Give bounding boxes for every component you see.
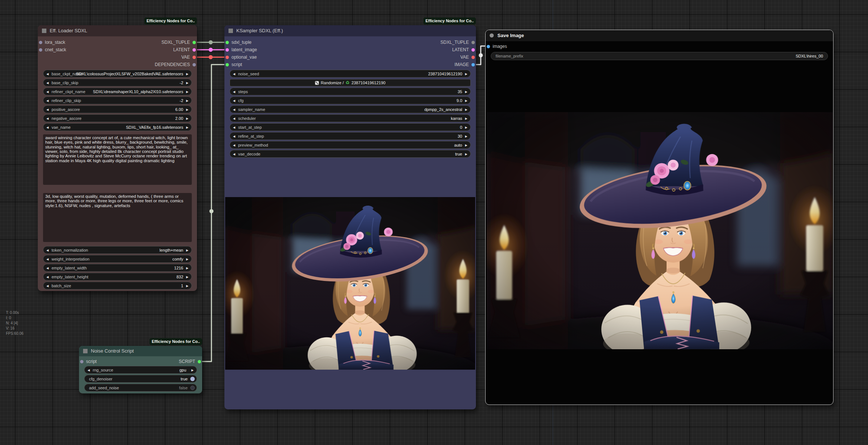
prev-arrow-icon[interactable]: ◀ bbox=[233, 124, 235, 131]
widget-weight_interpretation[interactable]: ◀weight_interpretationcomfy▶ bbox=[43, 255, 192, 263]
widget-token_normalization[interactable]: ◀token_normalizationlength+mean▶ bbox=[43, 246, 192, 254]
prev-arrow-icon[interactable]: ◀ bbox=[233, 115, 235, 122]
next-arrow-icon[interactable]: ▶ bbox=[186, 124, 188, 131]
output-port-dependencies[interactable] bbox=[193, 63, 196, 66]
next-arrow-icon[interactable]: ▶ bbox=[186, 255, 188, 263]
prev-arrow-icon[interactable]: ◀ bbox=[88, 366, 90, 374]
node-ksampler-sdxl-eff[interactable]: KSampler SDXL (Eff.) sdxl_tuple latent_i… bbox=[224, 25, 476, 409]
collapse-icon[interactable] bbox=[83, 349, 88, 353]
prev-arrow-icon[interactable]: ◀ bbox=[233, 106, 235, 114]
widget-filename_prefix[interactable]: filename_prefixSDXL\hires_00 bbox=[491, 52, 828, 60]
next-arrow-icon[interactable]: ▶ bbox=[186, 115, 188, 122]
next-arrow-icon[interactable]: ▶ bbox=[186, 273, 188, 281]
prev-arrow-icon[interactable]: ◀ bbox=[233, 132, 235, 140]
next-arrow-icon[interactable]: ▶ bbox=[465, 150, 467, 158]
node-title-bar[interactable]: KSampler SDXL (Eff.) bbox=[224, 25, 476, 36]
next-arrow-icon[interactable]: ▶ bbox=[465, 106, 467, 114]
widget-negative_ascore[interactable]: ◀negative_ascore2.00▶ bbox=[43, 114, 192, 122]
node-noise-control-script[interactable]: Noise Control Script script SCRIPT ◀rng_… bbox=[79, 346, 202, 393]
node-graph-canvas[interactable]: T: 0.00s I: 0 N: 4 [4] V: 16 FPS:60.06 E… bbox=[0, 0, 868, 445]
prev-arrow-icon[interactable]: ◀ bbox=[46, 282, 49, 290]
next-arrow-icon[interactable]: ▶ bbox=[191, 366, 194, 374]
input-port-cnet_stack[interactable] bbox=[39, 48, 42, 52]
prev-arrow-icon[interactable]: ◀ bbox=[233, 150, 235, 158]
prev-arrow-icon[interactable]: ◀ bbox=[46, 255, 49, 263]
input-port-optional_vae[interactable] bbox=[226, 56, 229, 59]
node-title-bar[interactable]: Noise Control Script bbox=[79, 346, 202, 356]
wire-midpoint-dot[interactable] bbox=[209, 40, 213, 45]
prev-arrow-icon[interactable]: ◀ bbox=[46, 124, 49, 131]
wire-midpoint-dot[interactable] bbox=[209, 48, 213, 52]
prev-arrow-icon[interactable]: ◀ bbox=[46, 264, 49, 272]
prev-arrow-icon[interactable]: ◀ bbox=[46, 106, 49, 114]
next-arrow-icon[interactable]: ▶ bbox=[465, 88, 467, 96]
widget-sampler_name[interactable]: ◀sampler_namedpmpp_2s_ancestral▶ bbox=[230, 105, 471, 113]
widget-base_clip_skip[interactable]: ◀base_clip_skip-2▶ bbox=[43, 79, 192, 86]
widget-base_ckpt_name[interactable]: ◀base_ckpt_nameSDXL\colossusProjectXLSFW… bbox=[43, 70, 192, 78]
prev-arrow-icon[interactable]: ◀ bbox=[46, 88, 49, 96]
input-port-script[interactable] bbox=[80, 360, 83, 363]
output-port-sdxl-tuple[interactable] bbox=[193, 41, 196, 44]
prev-arrow-icon[interactable]: ◀ bbox=[233, 141, 235, 149]
widget-empty_latent_height[interactable]: ◀empty_latent_height832▶ bbox=[43, 273, 192, 281]
node-title-bar[interactable]: Save Image bbox=[486, 30, 833, 41]
widget-cfg_denoiser[interactable]: cfg_denoisertrue bbox=[84, 375, 197, 383]
input-port-latent_image[interactable] bbox=[226, 48, 229, 52]
widget-refiner_clip_skip[interactable]: ◀refiner_clip_skip-2▶ bbox=[43, 96, 192, 104]
widget-refiner_ckpt_name[interactable]: ◀refiner_ckpt_nameSDXL\dreamshaperXL10_a… bbox=[43, 88, 192, 95]
positive-prompt-textarea[interactable]: award winning character concept art of, … bbox=[43, 134, 192, 185]
next-arrow-icon[interactable]: ▶ bbox=[186, 282, 188, 290]
toggle-on-icon[interactable] bbox=[190, 377, 195, 381]
next-arrow-icon[interactable]: ▶ bbox=[465, 124, 467, 131]
prev-arrow-icon[interactable]: ◀ bbox=[46, 115, 49, 122]
output-port-sdxl-tuple[interactable] bbox=[471, 41, 475, 44]
wire-midpoint-dot[interactable] bbox=[209, 55, 213, 59]
next-arrow-icon[interactable]: ▶ bbox=[186, 79, 188, 87]
next-arrow-icon[interactable]: ▶ bbox=[186, 264, 188, 272]
widget-empty_latent_width[interactable]: ◀empty_latent_width1216▶ bbox=[43, 264, 192, 272]
negative-prompt-textarea[interactable]: 3d, low quality, worst quality, mutation… bbox=[43, 193, 192, 242]
node-title-bar[interactable]: Eff. Loader SDXL bbox=[38, 25, 197, 36]
input-port-lora_stack[interactable] bbox=[39, 41, 42, 44]
toggle-off-icon[interactable] bbox=[190, 386, 195, 390]
prev-arrow-icon[interactable]: ◀ bbox=[46, 246, 49, 254]
output-port-latent[interactable] bbox=[471, 48, 475, 52]
output-port-latent[interactable] bbox=[193, 48, 196, 52]
collapse-icon[interactable] bbox=[490, 33, 494, 37]
collapse-icon[interactable] bbox=[42, 29, 46, 33]
output-port-vae[interactable] bbox=[193, 56, 196, 59]
widget-vae_name[interactable]: ◀vae_nameSDXL_VAEfix_fp16.safetensors▶ bbox=[43, 123, 192, 131]
widget-vae_decode[interactable]: ◀vae_decodetrue▶ bbox=[230, 150, 471, 158]
next-arrow-icon[interactable]: ▶ bbox=[465, 141, 467, 149]
prev-arrow-icon[interactable]: ◀ bbox=[46, 79, 49, 87]
input-port-sdxl_tuple[interactable] bbox=[226, 41, 229, 44]
prev-arrow-icon[interactable]: ◀ bbox=[233, 70, 235, 78]
node-eff-loader-sdxl[interactable]: Eff. Loader SDXL lora_stack cnet_stack S… bbox=[38, 25, 197, 291]
output-port-script[interactable] bbox=[198, 360, 201, 363]
node-save-image[interactable]: Save Image images filename_prefixSDXL\hi… bbox=[485, 30, 834, 405]
prev-arrow-icon[interactable]: ◀ bbox=[233, 88, 235, 96]
widget-scheduler[interactable]: ◀schedulerkarras▶ bbox=[230, 114, 471, 122]
prev-arrow-icon[interactable]: ◀ bbox=[233, 97, 235, 105]
input-port-images[interactable] bbox=[487, 45, 490, 48]
prev-arrow-icon[interactable]: ◀ bbox=[46, 70, 49, 78]
prev-arrow-icon[interactable]: ◀ bbox=[46, 273, 49, 281]
next-arrow-icon[interactable]: ▶ bbox=[186, 88, 188, 96]
input-port-script[interactable] bbox=[226, 63, 229, 66]
widget-rng_source[interactable]: ◀rng_sourcegpu▶ bbox=[84, 366, 197, 374]
next-arrow-icon[interactable]: ▶ bbox=[465, 70, 467, 78]
wire-midpoint-dot[interactable] bbox=[210, 209, 214, 213]
widget-start_at_step[interactable]: ◀start_at_step0▶ bbox=[230, 123, 471, 131]
output-port-vae[interactable] bbox=[471, 56, 475, 59]
widget-cfg[interactable]: ◀cfg9.0▶ bbox=[230, 96, 471, 104]
widget-steps[interactable]: ◀steps35▶ bbox=[230, 88, 471, 95]
collapse-icon[interactable] bbox=[228, 29, 233, 33]
widget-preview_method[interactable]: ◀preview_methodauto▶ bbox=[230, 141, 471, 149]
next-arrow-icon[interactable]: ▶ bbox=[186, 246, 188, 254]
next-arrow-icon[interactable]: ▶ bbox=[465, 132, 467, 140]
next-arrow-icon[interactable]: ▶ bbox=[186, 70, 188, 78]
next-arrow-icon[interactable]: ▶ bbox=[186, 106, 188, 114]
widget-refine_at_step[interactable]: ◀refine_at_step30▶ bbox=[230, 132, 471, 140]
prev-arrow-icon[interactable]: ◀ bbox=[46, 97, 49, 105]
randomize-seed-button[interactable]: Randomize / ♻ 238710419612190 bbox=[230, 79, 471, 86]
